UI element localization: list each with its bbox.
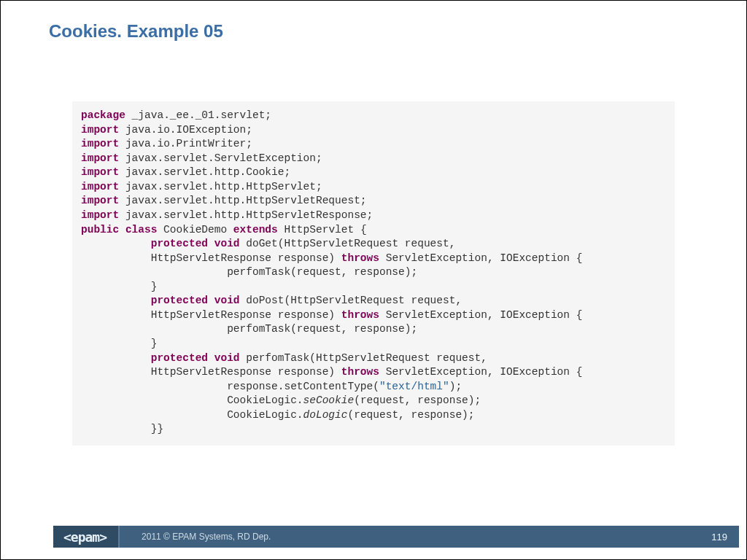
code-block: package _java._ee._01.servlet; import ja… [72,101,675,446]
page-number: 119 [711,532,739,542]
footer-text: 2011 © EPAM Systems, RD Dep. [120,532,711,542]
slide: Cookies. Example 05 package _java._ee._0… [0,0,747,560]
slide-title: Cookies. Example 05 [49,21,223,42]
footer-bar: <epam> 2011 © EPAM Systems, RD Dep. 119 [53,526,739,548]
logo: <epam> [53,526,120,548]
